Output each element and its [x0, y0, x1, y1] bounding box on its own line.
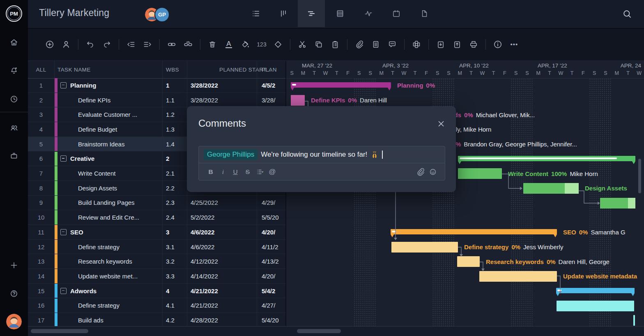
- task-color-strip: [54, 78, 58, 93]
- table-row[interactable]: 12Define strategy3.14/6/20224/11/2: [28, 240, 285, 255]
- portfolio-icon[interactable]: [9, 151, 18, 160]
- raised-hands-icon: [370, 151, 379, 159]
- search-icon[interactable]: [622, 9, 632, 19]
- outdent-icon[interactable]: [125, 38, 137, 51]
- sidebar-divider: [0, 112, 28, 112]
- team-icon[interactable]: [9, 123, 18, 132]
- tab-page-view[interactable]: [411, 0, 438, 27]
- help-icon[interactable]: [9, 289, 18, 298]
- table-row[interactable]: 13Research keywords3.24/12/20224/13/2: [28, 254, 285, 269]
- milestone-icon[interactable]: [272, 38, 284, 51]
- bold-icon[interactable]: B: [205, 167, 217, 177]
- table-row[interactable]: 14Update website met...3.34/14/20224/20/: [28, 269, 285, 284]
- planned-start-cell: 4/21/2022: [187, 284, 257, 298]
- mention-icon[interactable]: @: [266, 167, 278, 177]
- import-icon[interactable]: [435, 38, 447, 51]
- indent-icon[interactable]: [141, 38, 154, 51]
- comment-input[interactable]: George Phillips We're following our time…: [198, 146, 445, 181]
- table-row[interactable]: 2Define KPIs1.13/28/20223/28/: [28, 93, 285, 108]
- comment-text[interactable]: George Phillips We're following our time…: [199, 146, 445, 163]
- table-row[interactable]: 1Planning13/28/20224/5/2: [28, 78, 285, 93]
- row-number: 8: [28, 181, 54, 195]
- numbers-icon[interactable]: 123: [255, 38, 268, 51]
- table-row[interactable]: 10Review and Edit Cre...2.45/2/20225/5/2…: [28, 210, 285, 225]
- table-row[interactable]: 9Build Landing Pages2.34/25/20224/29/: [28, 196, 285, 211]
- collapse-icon[interactable]: [60, 229, 67, 235]
- pm-logo[interactable]: PM: [6, 5, 22, 22]
- row-number: 2: [28, 93, 54, 107]
- undo-icon[interactable]: [84, 38, 97, 51]
- task-name-cell[interactable]: Adwords: [58, 284, 162, 298]
- gantt-horizontal-scrollbar[interactable]: [297, 329, 341, 333]
- collapse-icon[interactable]: [60, 155, 67, 162]
- task-name: Research keywords: [78, 258, 132, 265]
- comment-message: We're following our timeline so far!: [261, 151, 367, 159]
- emoji-icon[interactable]: [427, 167, 439, 177]
- table-row[interactable]: 11SEO34/6/20224/20/: [28, 225, 285, 240]
- planned-end-cell: 5/5/20: [257, 210, 285, 225]
- table-horizontal-scrollbar[interactable]: [31, 329, 88, 333]
- tab-sheet-view[interactable]: [327, 0, 354, 27]
- more-icon[interactable]: •••: [508, 38, 520, 51]
- table-row[interactable]: 15Adwords44/21/20225/4/2: [28, 284, 285, 299]
- task-color-strip: [54, 181, 58, 195]
- text-color-icon[interactable]: A: [223, 38, 235, 51]
- mention-chip[interactable]: George Phillips: [204, 149, 258, 160]
- comment-icon[interactable]: [386, 38, 398, 51]
- wbs-cell: 3.3: [162, 269, 187, 283]
- task-name-cell[interactable]: Planning: [58, 78, 162, 93]
- bullet-list-icon[interactable]: [254, 167, 266, 177]
- notes-icon[interactable]: [370, 38, 382, 51]
- member-avatar-initials[interactable]: GP: [154, 7, 170, 22]
- unlink-tasks-icon[interactable]: [182, 38, 194, 51]
- strikethrough-icon[interactable]: S: [242, 167, 254, 177]
- cut-icon[interactable]: [296, 38, 308, 51]
- column-header-plan[interactable]: PLAN: [262, 61, 285, 78]
- link-tasks-icon[interactable]: [166, 38, 178, 51]
- close-icon[interactable]: [437, 119, 446, 128]
- underline-icon[interactable]: U: [229, 167, 242, 177]
- task-name: Review and Edit Cre...: [78, 214, 139, 221]
- tab-board-view[interactable]: [270, 0, 297, 27]
- fill-color-icon[interactable]: [239, 38, 251, 51]
- attachment-icon[interactable]: [353, 38, 366, 51]
- redo-icon[interactable]: [101, 38, 113, 51]
- collapse-icon[interactable]: [60, 288, 67, 294]
- tab-activity-view[interactable]: [355, 0, 382, 27]
- notifications-icon[interactable]: [9, 66, 18, 75]
- italic-icon[interactable]: i: [217, 167, 229, 177]
- home-icon[interactable]: [9, 38, 18, 47]
- collapse-icon[interactable]: [60, 82, 67, 88]
- task-name-cell[interactable]: Creative: [58, 152, 162, 166]
- table-row[interactable]: 16Define strategy4.14/21/20224/27/: [28, 299, 285, 313]
- add-task-icon[interactable]: [44, 38, 56, 51]
- row-number: 6: [28, 152, 54, 166]
- time-icon[interactable]: [9, 95, 18, 104]
- tab-gantt-view[interactable]: [298, 0, 325, 27]
- tab-calendar-view[interactable]: [383, 0, 410, 27]
- task-name: Planning: [70, 82, 96, 89]
- task-color-strip: [54, 93, 58, 107]
- attachment-icon[interactable]: [414, 167, 427, 177]
- comments-modal: Comments George Phillips We're following…: [187, 106, 456, 192]
- add-icon[interactable]: [9, 261, 18, 270]
- gantt-vertical-scrollbar[interactable]: [638, 159, 641, 193]
- row-number: 9: [28, 196, 54, 210]
- wbs-cell: 3: [162, 225, 187, 239]
- print-icon[interactable]: [467, 38, 480, 51]
- task-name-cell[interactable]: SEO: [58, 225, 162, 239]
- copy-icon[interactable]: [313, 38, 325, 51]
- assign-icon[interactable]: [60, 38, 72, 51]
- user-avatar[interactable]: [6, 314, 22, 329]
- column-header-all[interactable]: ALL: [28, 61, 54, 78]
- delete-icon[interactable]: [206, 38, 218, 51]
- paste-icon[interactable]: [329, 38, 341, 51]
- export-icon[interactable]: [451, 38, 463, 51]
- gantt-toolbar: A123•••: [28, 28, 644, 61]
- tab-list-view[interactable]: [242, 0, 269, 27]
- table-row[interactable]: 17Build ads4.24/28/20225/4/20: [28, 313, 285, 326]
- columns-icon[interactable]: [410, 38, 423, 51]
- info-icon[interactable]: [492, 38, 504, 51]
- column-header-task-name[interactable]: TASK NAME: [58, 61, 162, 78]
- column-header-wbs[interactable]: WBS: [166, 61, 187, 78]
